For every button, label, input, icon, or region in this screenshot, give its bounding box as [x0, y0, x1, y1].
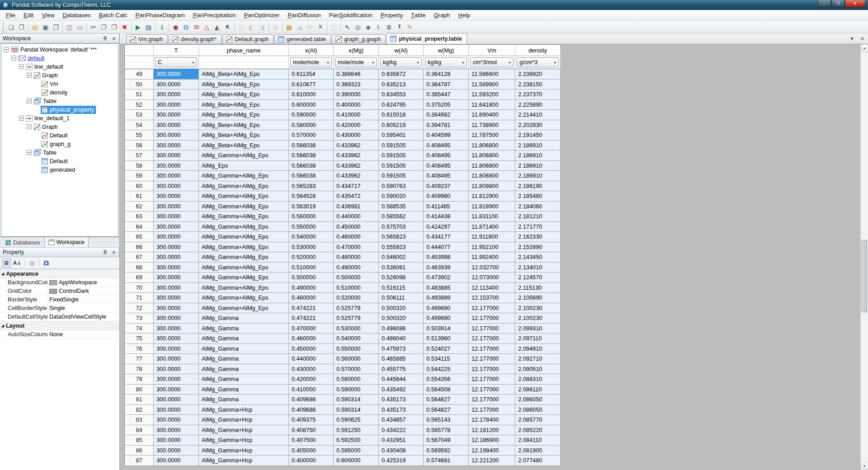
tree-item-physical-property[interactable]: physical_property — [1, 105, 118, 114]
save-all-button[interactable]: ❒ — [51, 22, 61, 32]
table-cell-w-al[interactable]: 0.615018 — [379, 110, 424, 120]
table-cell-x-al[interactable]: 0.410000 — [289, 385, 334, 395]
table-cell-w-al[interactable]: 0.555923 — [379, 242, 424, 253]
zoom-tool-button[interactable]: ◎ — [353, 22, 363, 32]
column-header-vm[interactable]: Vm — [469, 45, 515, 56]
print-preview-button[interactable]: ◫ — [64, 22, 75, 32]
table-cell-vm[interactable]: 12.153700 — [469, 293, 515, 303]
menu-item-databases[interactable]: Databases — [59, 10, 95, 20]
table-cell-phase-name[interactable]: AlMg_Gamma+AlMg_Eps — [199, 263, 289, 273]
table-cell-phase-name[interactable]: AlMg_Beta+AlMg_Eps — [199, 100, 289, 110]
table-cell-density[interactable]: 2.186190 — [515, 181, 561, 192]
table-cell-vm[interactable]: 12.177000 — [469, 324, 515, 334]
table-cell-t[interactable]: 300.0000 — [154, 324, 199, 334]
tree-item-graph-g[interactable]: graph_g — [1, 140, 118, 148]
table-cell-vm[interactable]: 12.177000 — [469, 313, 515, 324]
table-cell-w-mg[interactable]: 0.565778 — [424, 425, 469, 436]
table-cell-density[interactable]: 2.094910 — [515, 344, 561, 354]
unit-select-t[interactable]: C▼ — [155, 57, 197, 67]
table-cell-x-mg[interactable]: 0.595000 — [334, 446, 379, 456]
table-cell-x-mg[interactable]: 0.435472 — [334, 191, 379, 202]
table-cell-w-al[interactable]: 0.634553 — [379, 89, 424, 100]
table-cell-x-mg[interactable]: 0.470000 — [334, 242, 379, 253]
table-cell-x-mg[interactable]: 0.420000 — [334, 120, 379, 131]
column-header-phase-name[interactable]: phase_name — [199, 45, 289, 56]
table-cell-vm[interactable]: 12.177000 — [469, 303, 515, 314]
table-cell-w-mg[interactable]: 0.473902 — [424, 273, 469, 283]
minimize-button[interactable]: — — [818, 0, 831, 8]
table-cell-x-al[interactable]: 0.590000 — [289, 110, 334, 120]
table-cell-vm[interactable]: 11.831100 — [469, 212, 515, 222]
table-cell-vm[interactable]: 11.586600 — [469, 69, 515, 80]
table-cell-x-mg[interactable]: 0.433962 — [334, 141, 379, 151]
table-cell-vm[interactable]: 12.181200 — [469, 425, 515, 436]
table-cell-w-al[interactable]: 0.506111 — [379, 293, 424, 303]
table-cell-w-mg[interactable]: 0.364128 — [424, 69, 469, 80]
row-number-cell[interactable]: 50 — [125, 80, 154, 90]
table-cell-phase-name[interactable]: AlMg_Gamma — [199, 324, 289, 334]
table-cell-t[interactable]: 300.0000 — [154, 252, 199, 263]
table-cell-phase-name[interactable]: AlMg_Gamma — [199, 344, 289, 354]
table-cell-t[interactable]: 300.0000 — [154, 232, 199, 242]
table-cell-x-al[interactable]: 0.510000 — [289, 263, 334, 273]
table-cell-phase-name[interactable]: AlMg_Gamma — [199, 395, 289, 405]
table-cell-x-mg[interactable]: 0.530000 — [334, 324, 379, 334]
menu-item-help[interactable]: Help — [454, 10, 475, 20]
row-number-cell[interactable]: 60 — [125, 181, 154, 192]
table-cell-x-al[interactable]: 0.460000 — [289, 334, 334, 344]
pencil-tool-button[interactable]: ✎ — [405, 22, 415, 32]
row-number-cell[interactable]: 52 — [125, 100, 154, 110]
table-cell-x-mg[interactable]: 0.490000 — [334, 263, 379, 273]
table-cell-density[interactable]: 2.115130 — [515, 283, 561, 293]
table-cell-w-al[interactable]: 0.455775 — [379, 364, 424, 375]
table-cell-t[interactable]: 300.0000 — [154, 161, 199, 171]
table-cell-w-al[interactable]: 0.434222 — [379, 425, 424, 436]
property-row-backgroundcolc[interactable]: BackgroundColcAppWorkspace — [0, 278, 119, 287]
legend-tool-button[interactable]: ≣ — [384, 22, 394, 32]
menu-item-batch-calc[interactable]: Batch Calc — [95, 10, 132, 20]
table-cell-x-mg[interactable]: 0.580000 — [334, 374, 379, 385]
table-cell-t[interactable]: 300.0000 — [154, 395, 199, 405]
tree-expander-icon[interactable] — [27, 124, 32, 129]
table-cell-vm[interactable]: 12.113400 — [469, 283, 515, 293]
table-cell-density[interactable]: 2.162330 — [515, 232, 561, 242]
table-cell-w-al[interactable]: 0.565823 — [379, 232, 424, 242]
tree-expander-icon[interactable] — [19, 116, 24, 121]
table-cell-x-al[interactable]: 0.560000 — [289, 212, 334, 222]
solidification-button[interactable]: K — [222, 22, 233, 32]
table-cell-w-mg[interactable]: 0.408495 — [424, 141, 469, 151]
table-cell-density[interactable]: 2.237370 — [515, 89, 561, 100]
row-number-cell[interactable]: 61 — [125, 191, 154, 202]
table-cell-w-mg[interactable]: 0.565143 — [424, 415, 469, 425]
table-cell-w-al[interactable]: 0.575703 — [379, 222, 424, 232]
categorized-view-icon[interactable]: ⊞ — [2, 258, 11, 268]
table-cell-w-mg[interactable]: 0.483885 — [424, 283, 469, 293]
table-cell-x-mg[interactable]: 0.480000 — [334, 252, 379, 263]
document-tab-density-graph[interactable]: density.graph* — [169, 34, 222, 44]
table-cell-density[interactable]: 2.086050 — [515, 405, 561, 415]
row-number-cell[interactable]: 59 — [125, 171, 154, 181]
new-graph-window-button[interactable]: ❏ — [6, 22, 16, 32]
table-cell-vm[interactable]: 11.809800 — [469, 181, 515, 192]
table-cell-phase-name[interactable]: AlMg_Gamma+AlMg_Eps — [199, 171, 289, 181]
tree-item-default[interactable]: Default — [1, 131, 118, 140]
table-cell-phase-name[interactable]: AlMg_Beta+AlMg_Eps — [199, 141, 289, 151]
row-number-cell[interactable]: 49 — [125, 69, 154, 80]
table-cell-w-al[interactable]: 0.591505 — [379, 171, 424, 181]
document-tab-physical-property-table[interactable]: physical_property.table — [387, 33, 467, 44]
copy-button[interactable]: ❐ — [99, 22, 109, 32]
table-cell-t[interactable]: 300.0000 — [154, 202, 199, 212]
table-cell-x-al[interactable]: 0.420000 — [289, 374, 334, 385]
table-cell-density[interactable]: 2.088310 — [515, 374, 561, 385]
table-cell-vm[interactable]: 12.032700 — [469, 263, 515, 273]
table-cell-density[interactable]: 2.084110 — [515, 435, 561, 446]
table-cell-phase-name[interactable]: AlMg_Gamma+AlMg_Eps — [199, 273, 289, 283]
property-row-defaultcellstyle[interactable]: DefaultCellStyleDataGridViewCellStyle — [0, 313, 119, 321]
table-cell-t[interactable]: 300.0000 — [154, 456, 199, 466]
menu-item-view[interactable]: View — [38, 10, 58, 20]
table-cell-density[interactable]: 2.186910 — [515, 150, 561, 161]
table-cell-w-al[interactable]: 0.496086 — [379, 324, 424, 334]
table-cell-w-al[interactable]: 0.590020 — [379, 191, 424, 202]
table-cell-t[interactable]: 300.0000 — [154, 89, 199, 100]
table-cell-phase-name[interactable]: AlMg_Gamma+AlMg_Eps — [199, 212, 289, 222]
